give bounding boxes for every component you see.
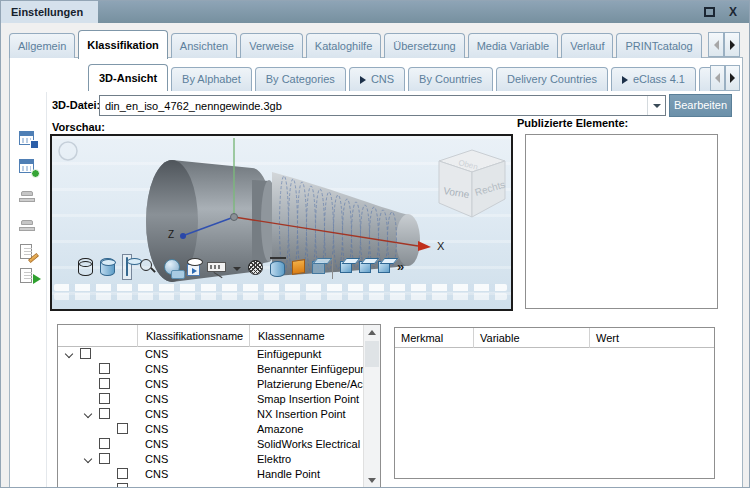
row-checkbox[interactable] — [99, 378, 110, 389]
watermark-row — [54, 293, 507, 300]
row-checkbox[interactable] — [117, 468, 128, 479]
stamp-tool-disabled-icon[interactable] — [19, 189, 37, 206]
cube-view-3-icon[interactable] — [378, 261, 390, 273]
more-icon[interactable]: » — [397, 257, 404, 277]
row-checkbox[interactable] — [99, 408, 110, 419]
tree-row[interactable]: CNSAmazone — [58, 422, 363, 437]
cylinder-extents-icon[interactable] — [270, 261, 285, 277]
row-checkbox[interactable] — [99, 438, 110, 449]
expand-chevron-icon[interactable] — [84, 455, 92, 463]
tab-3d-ansicht[interactable]: 3D-Ansicht — [88, 64, 168, 91]
scroll-up-icon[interactable] — [364, 325, 380, 340]
row-checkbox[interactable] — [99, 393, 110, 404]
tree-row[interactable]: CNSElektro — [58, 452, 363, 467]
tab-media-variable[interactable]: Media Variable — [468, 33, 559, 58]
expand-chevron-icon[interactable] — [65, 350, 73, 358]
close-icon[interactable]: X — [725, 4, 741, 20]
tab2-scroll-left-icon[interactable] — [710, 65, 725, 91]
watermark-row — [54, 284, 507, 291]
add-3d-view-icon[interactable] — [19, 159, 37, 176]
export-document-icon[interactable] — [19, 268, 37, 285]
dropdown-caret-icon[interactable] — [233, 267, 241, 271]
tree-row[interactable]: CNSSmap Insertion Point — [58, 392, 363, 407]
variable-header: Variable — [474, 328, 590, 348]
selected-tool-frame[interactable] — [122, 254, 132, 280]
stamp-tool-2-disabled-icon[interactable] — [19, 218, 37, 235]
scroll-down-icon[interactable] — [364, 473, 380, 488]
measure-label-icon[interactable] — [207, 262, 226, 272]
combobox-dropdown-icon[interactable] — [647, 96, 665, 115]
tab-allgemein[interactable]: Allgemein — [9, 33, 75, 58]
tree-scrollbar[interactable] — [363, 325, 380, 488]
classification-name-cell: CNS — [145, 452, 168, 467]
tree-row-partial[interactable] — [58, 482, 363, 488]
view-cube[interactable]: Oben Vorne Rechts — [439, 150, 506, 217]
tab-label: Media Variable — [477, 35, 550, 58]
stamp-base-icon — [19, 227, 35, 231]
tab-kataloghilfe[interactable]: Kataloghilfe — [306, 33, 382, 58]
tab-label: eClass 4.1 — [633, 68, 685, 91]
green-arrow-icon — [33, 274, 41, 284]
classification-name-cell: CNS — [145, 467, 168, 482]
right-triangle-icon — [730, 40, 735, 50]
orbit-icon[interactable] — [164, 259, 180, 275]
tab-cns[interactable]: CNS — [349, 67, 405, 91]
class-name-cell: Amazone — [257, 422, 303, 437]
section-plane-orange-icon[interactable] — [292, 259, 305, 275]
tab-by-alphabet[interactable]: By Alphabet — [171, 67, 252, 91]
floppy-icon — [30, 140, 39, 149]
down-triangle-icon — [368, 478, 376, 483]
maximize-icon[interactable] — [704, 7, 715, 17]
classification-table-header: Klassifikationsname Klassenname — [58, 325, 363, 347]
row-checkbox[interactable] — [117, 423, 128, 434]
class-name-cell: Elektro — [257, 452, 291, 467]
right-triangle-icon — [730, 73, 735, 83]
3d-file-combobox[interactable] — [99, 95, 666, 116]
tab-by-countries[interactable]: By Countries — [408, 67, 493, 91]
cube-view-2-icon[interactable] — [359, 261, 371, 273]
zoom-icon[interactable] — [139, 258, 157, 276]
tab-ansichten[interactable]: Ansichten — [171, 33, 237, 58]
cylinder-wireframe-icon[interactable] — [78, 258, 93, 276]
tab-bersetzung[interactable]: Übersetzung — [384, 33, 464, 58]
tree-row[interactable]: CNSPlatzierung Ebene/Achse — [58, 377, 363, 392]
3d-viewport[interactable]: Oben Vorne Rechts — [50, 134, 513, 311]
cube-view-1-icon[interactable] — [340, 261, 352, 273]
classification-name-cell: CNS — [145, 392, 168, 407]
expand-chevron-icon[interactable] — [84, 410, 92, 418]
tab-scroll-right-icon[interactable] — [724, 32, 740, 57]
up-triangle-icon — [368, 330, 376, 335]
tab-delivery-countries[interactable]: Delivery Countries — [496, 67, 608, 91]
cylinder-outline-icon[interactable] — [126, 257, 128, 276]
row-checkbox[interactable] — [117, 483, 128, 488]
scrollbar-thumb[interactable] — [365, 341, 379, 367]
tree-row[interactable]: CNSBenannter Einfügepunkt — [58, 362, 363, 377]
bearbeiten-button[interactable]: Bearbeiten — [669, 94, 732, 117]
window-title: Einstellungen — [1, 1, 98, 23]
tree-row[interactable]: CNSNX Insertion Point — [58, 407, 363, 422]
cylinder-shaded-icon[interactable] — [100, 258, 115, 276]
mesh-sphere-icon[interactable] — [248, 260, 263, 275]
row-checkbox[interactable] — [99, 453, 110, 464]
tab-verlauf[interactable]: Verlauf — [561, 33, 613, 58]
play-media-icon[interactable] — [187, 264, 200, 276]
tab-verweise[interactable]: Verweise — [240, 33, 303, 58]
merkmal-header: Merkmal — [395, 328, 474, 348]
tree-row[interactable]: CNSEinfügepunkt — [58, 347, 363, 362]
cube-transparent-icon[interactable] — [312, 261, 325, 274]
class-name-cell: Smap Insertion Point — [257, 392, 359, 407]
row-checkbox[interactable] — [99, 363, 110, 374]
left-triangle-icon — [714, 40, 719, 50]
tab-eclass-4-1[interactable]: eClass 4.1 — [611, 67, 696, 91]
edit-document-icon[interactable] — [19, 244, 37, 261]
3d-file-input[interactable] — [100, 96, 647, 115]
tree-row[interactable]: CNSHandle Point — [58, 467, 363, 482]
tab-by-categories[interactable]: By Categories — [255, 67, 346, 91]
save-3d-view-icon[interactable] — [19, 131, 37, 148]
row-checkbox[interactable] — [80, 348, 91, 359]
tab2-scroll-right-icon[interactable] — [725, 65, 740, 91]
tree-row[interactable]: CNSSolidWorks Electrical — [58, 437, 363, 452]
tab-klassifikation[interactable]: Klassifikation — [78, 30, 168, 59]
tab-scroll-left-icon[interactable] — [708, 32, 724, 57]
tab-printcatalog[interactable]: PRINTcatalog — [616, 33, 701, 58]
